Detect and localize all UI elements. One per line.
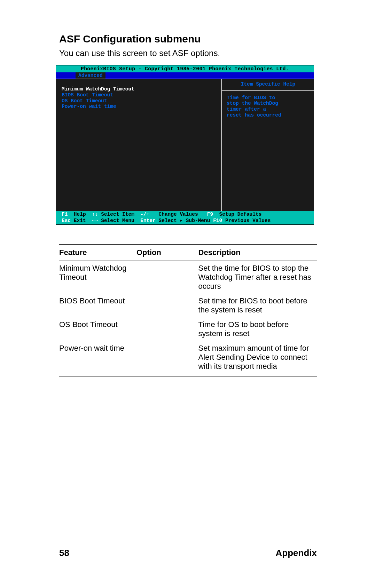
bios-label-setup-defaults: Setup Defaults [219,212,262,217]
bios-key-esc: Esc [62,218,71,223]
bios-body: Minimum WatchDog Timeout BIOS Boot Timeo… [56,79,314,211]
table-row: Minimum Watchdog Timeout Set the time fo… [59,261,317,294]
th-feature: Feature [59,244,136,261]
cell-feature: Power-on wait time [59,341,136,376]
bios-key-updown: ↑↓ [92,212,98,217]
cell-option [136,261,198,294]
bios-help-panel: Item Specific Help Time for BIOS to stop… [221,79,314,211]
page-number: 58 [59,548,69,558]
bios-label-exit: Exit [74,218,86,223]
table-row: BIOS Boot Timeout Set time for BIOS to b… [59,294,317,317]
feature-table: Feature Option Description Minimum Watch… [59,244,317,376]
bios-key-f1: F1 [62,212,68,217]
table-row: OS Boot Timeout Time for OS to boot befo… [59,317,317,341]
bios-key-leftright: ←→ [92,218,98,223]
th-option: Option [136,244,198,261]
table-row: Power-on wait time Set maximum amount of… [59,341,317,376]
cell-feature: OS Boot Timeout [59,317,136,341]
bios-label-previous-values: Previous Values [225,218,271,223]
cell-option [136,341,198,376]
bios-key-f10: F10 [213,218,222,223]
bios-footer: F1 Help ↑↓ Select Item -/+ Change Values… [56,211,314,224]
bios-menu-item-poweron[interactable]: Power-on wait time [62,104,221,110]
bios-tab-advanced[interactable]: Advanced [76,72,105,79]
cell-description: Time for OS to boot before system is res… [198,317,317,341]
bios-menu-item-minwatchdog[interactable]: Minimum WatchDog Timeout [62,86,221,92]
cell-description: Set the time for BIOS to stop the Watchd… [198,261,317,294]
cell-feature: BIOS Boot Timeout [59,294,136,317]
section-label: Appendix [276,548,317,558]
section-title: ASF Configuration submenu [59,33,317,45]
bios-key-f9: F9 [207,212,213,217]
cell-option [136,294,198,317]
bios-menu: Minimum WatchDog Timeout BIOS Boot Timeo… [56,79,221,211]
bios-label-select-menu: Select Menu [101,218,134,223]
bios-help-divider [222,90,314,91]
th-description: Description [198,244,317,261]
cell-description: Set maximum amount of time for Alert Sen… [198,341,317,376]
bios-menu-item-osboot[interactable]: OS Boot Timeout [62,98,221,104]
bios-label-help: Help [74,212,86,217]
bios-help-text: Time for BIOS to stop the WatchDog timer… [227,95,310,118]
bios-titlebar: PhoenixBIOS Setup - Copyright 1985-2001 … [56,65,314,72]
bios-screenshot: PhoenixBIOS Setup - Copyright 1985-2001 … [56,65,314,225]
bios-label-select-item: Select Item [101,212,134,217]
bios-menu-item-biosboot[interactable]: BIOS Boot Timeout [62,92,221,98]
bios-key-enter: Enter [140,218,156,223]
bios-label-sub-menu: Select ▸ Sub-Menu [158,218,210,223]
cell-option [136,317,198,341]
bios-key-plusminus: -/+ [140,212,149,217]
section-subtitle: You can use this screen to set ASF optio… [59,48,317,58]
cell-description: Set time for BIOS to boot before the sys… [198,294,317,317]
cell-feature: Minimum Watchdog Timeout [59,261,136,294]
bios-label-change-values: Change Values [158,212,198,217]
bios-tabbar: Advanced [56,72,314,79]
bios-help-title: Item Specific Help [227,81,310,87]
